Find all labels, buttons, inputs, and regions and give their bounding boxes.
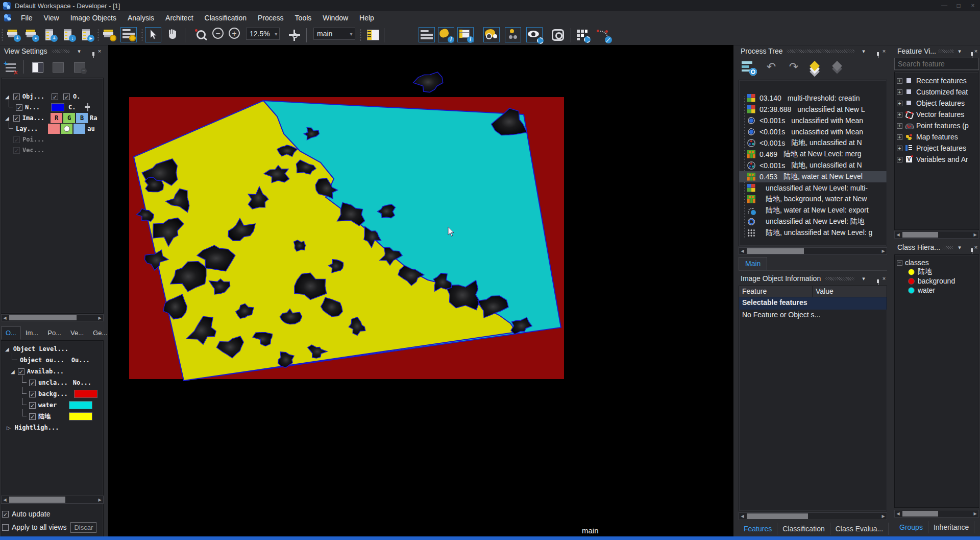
expand-plus-icon[interactable] (897, 146, 902, 151)
single-view-icon[interactable] (30, 60, 46, 75)
tree-row-level-root[interactable]: ◢ Object Level... (2, 344, 68, 354)
workspace-settings-icon[interactable] (575, 27, 591, 42)
view-settings-tab[interactable]: Po... (43, 326, 66, 340)
process-tree-row[interactable]: 03.140 multi-threshold: creatin (739, 92, 887, 104)
process-tree-row[interactable]: 0.469 陆地 at New Level: merg (739, 149, 887, 160)
panel-grip[interactable] (938, 50, 953, 53)
scroll-right-icon[interactable]: ▶ (96, 496, 103, 503)
tree-row-image[interactable]: ◢ Ima... R G B Ra (2, 113, 97, 123)
blue-channel-swatch[interactable]: B (76, 113, 88, 123)
tree-row-background[interactable]: backg... (2, 389, 97, 399)
class-hierarchy-icon[interactable] (505, 27, 521, 42)
view-classification-glasses-icon[interactable] (483, 27, 500, 42)
process-tree-view-icon[interactable] (741, 59, 757, 76)
slider-icon[interactable] (85, 103, 90, 111)
outline-color-swatch[interactable] (51, 103, 64, 111)
zoom-window-icon[interactable] (550, 27, 566, 42)
close-icon[interactable]: × (879, 275, 889, 281)
process-tree-row[interactable]: <0.001s unclassified with Mean (739, 115, 887, 126)
pan-hand-icon[interactable] (164, 27, 181, 42)
view-selector-combo[interactable]: main ▾ (313, 28, 355, 40)
scroll-right-icon[interactable]: ▶ (880, 248, 887, 254)
class-hierarchy-tab[interactable]: Groups (894, 521, 928, 533)
execute-layers-icon[interactable] (808, 59, 824, 76)
panel-grip[interactable] (825, 277, 854, 280)
scroll-thumb[interactable] (902, 511, 938, 516)
column-header-feature[interactable]: Feature (739, 286, 813, 297)
ioi-tab[interactable]: Class Evalua... (830, 523, 889, 535)
close-icon[interactable]: × (972, 244, 980, 250)
scroll-right-icon[interactable]: ▶ (972, 510, 978, 517)
apply-all-checkbox[interactable] (2, 524, 9, 531)
expanded-icon[interactable]: ◢ (5, 115, 9, 121)
search-input[interactable] (895, 60, 980, 68)
scroll-thumb[interactable] (9, 315, 77, 320)
view-layer-icon[interactable] (419, 27, 435, 42)
layer-blue-swatch[interactable] (74, 124, 85, 134)
process-tree-row[interactable]: 陆地, background, water at New (739, 194, 887, 205)
expanded-icon[interactable]: ◢ (5, 94, 9, 100)
menu-item[interactable]: File (15, 11, 38, 25)
menu-item[interactable]: Window (317, 11, 354, 25)
expanded-icon[interactable]: ◢ (11, 369, 15, 374)
feature-list-item[interactable]: Point features (p (895, 120, 978, 131)
tree-row-point[interactable]: Poi... (2, 134, 44, 145)
list-history-icon[interactable] (120, 27, 137, 42)
tree-row-vector[interactable]: Vec... (2, 145, 44, 155)
chevron-down-icon[interactable]: ▾ (348, 31, 355, 37)
collapse-minus-icon[interactable] (897, 260, 902, 266)
vector-checkbox[interactable] (13, 147, 20, 154)
land-color-swatch[interactable] (69, 412, 92, 420)
layers-history-icon[interactable] (101, 27, 117, 42)
feature-list-item[interactable]: Variables and Ar (895, 154, 978, 165)
scroll-left-icon[interactable]: ◀ (895, 231, 901, 238)
view-settings-tab[interactable]: Im... (21, 326, 43, 340)
land-checkbox[interactable] (29, 413, 36, 420)
zoom-out-icon[interactable]: − (212, 28, 224, 39)
horizontal-scrollbar[interactable]: ◀ ▶ (894, 510, 979, 518)
available-checkbox[interactable] (18, 368, 24, 375)
collapsed-icon[interactable]: ▷ (7, 425, 11, 431)
view-settings-tab[interactable]: O... (1, 326, 21, 340)
scroll-left-icon[interactable]: ◀ (2, 496, 8, 503)
view-settings-eye-icon[interactable] (526, 27, 543, 42)
edit-polygon-icon[interactable]: ／ (595, 27, 611, 42)
ioi-group-row[interactable]: Selectable features (739, 297, 887, 310)
feature-list-item[interactable]: Map features (895, 131, 978, 143)
scroll-thumb[interactable] (9, 497, 65, 503)
tree-row-highlight[interactable]: ▷ Hightligh... (2, 422, 59, 433)
expand-plus-icon[interactable] (897, 123, 902, 129)
background-checkbox[interactable] (29, 391, 36, 397)
classification-info-icon[interactable]: i (438, 27, 454, 42)
toolbar-grip[interactable] (1, 29, 4, 42)
save-project-icon[interactable]: ▪ (23, 27, 40, 42)
import-scene-icon[interactable]: ↓ (60, 27, 77, 42)
zoom-in-icon[interactable]: + (229, 28, 240, 39)
scroll-right-icon[interactable]: ▶ (880, 513, 887, 520)
layer-green-swatch[interactable] (61, 124, 72, 134)
unclassified-checkbox[interactable] (29, 380, 36, 386)
chevron-down-icon[interactable]: ▾ (859, 48, 869, 55)
green-channel-swatch[interactable]: G (63, 113, 75, 123)
horizontal-scrollbar[interactable]: ◀ ▶ (739, 512, 887, 520)
class-item[interactable]: 陆地 (908, 267, 978, 276)
point-checkbox[interactable] (13, 136, 20, 143)
expand-plus-icon[interactable] (897, 134, 902, 140)
menu-item[interactable]: View (38, 11, 65, 25)
menu-item[interactable]: Architect (160, 11, 199, 25)
close-icon[interactable]: × (879, 48, 889, 54)
tree-row-unclassified[interactable]: uncla... No... (2, 378, 91, 388)
water-checkbox[interactable] (29, 402, 36, 409)
add-workspace-icon[interactable]: + (42, 27, 58, 42)
split-view-2-icon[interactable] (50, 60, 66, 75)
edit-view-settings-icon[interactable]: + × (3, 60, 19, 75)
tree-row-layer[interactable]: Lay... au (2, 124, 95, 134)
menu-item[interactable]: Process (252, 11, 289, 25)
menu-item[interactable]: Help (354, 11, 380, 25)
tree-row-n[interactable]: N... C. (2, 102, 90, 112)
process-tree-tab-main[interactable]: Main (739, 257, 767, 270)
image-view[interactable] (108, 45, 733, 536)
menu-item[interactable]: Classification (199, 11, 252, 25)
scroll-left-icon[interactable]: ◀ (739, 513, 746, 520)
undo-icon[interactable]: ↶ (763, 59, 779, 76)
